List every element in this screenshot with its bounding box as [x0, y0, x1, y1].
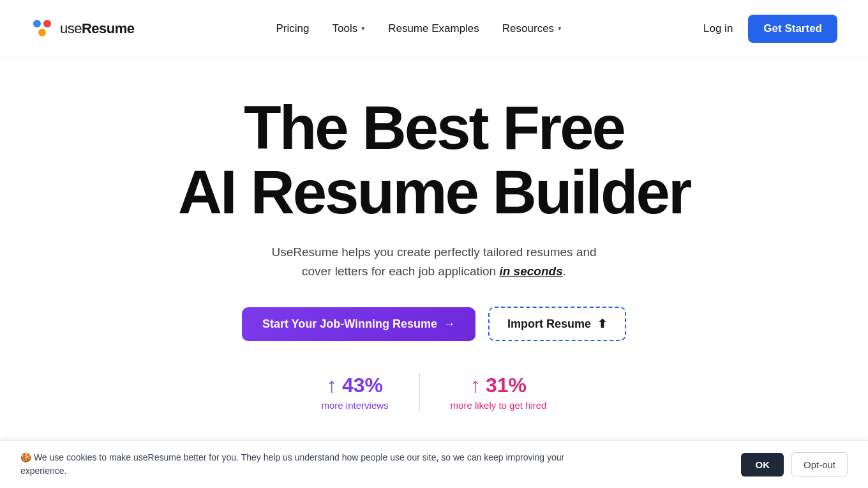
hero-title-line1: The Best Free	[244, 93, 624, 162]
hero-title: The Best Free AI Resume Builder	[178, 96, 691, 225]
nav-actions: Log in Get Started	[703, 15, 837, 43]
svg-point-2	[38, 29, 46, 36]
hero-buttons: Start Your Job-Winning Resume → Import R…	[242, 307, 626, 341]
svg-point-1	[43, 20, 51, 27]
logo-icon	[31, 17, 54, 40]
stat-interviews: ↑ 43% more interviews	[291, 374, 419, 411]
navbar: useResume Pricing Tools ▾ Resume Example…	[0, 0, 868, 57]
stat-hired-label: more likely to get hired	[451, 400, 547, 411]
svg-point-0	[33, 20, 41, 27]
hero-section: The Best Free AI Resume Builder UseResum…	[0, 57, 868, 437]
import-resume-button[interactable]: Import Resume ⬆	[488, 307, 626, 341]
hero-stats: ↑ 43% more interviews ↑ 31% more likely …	[291, 373, 578, 411]
stat-interviews-value: ↑ 43%	[327, 374, 383, 397]
hero-title-line2: AI Resume Builder	[178, 160, 691, 225]
get-started-button[interactable]: Get Started	[748, 15, 837, 43]
cookie-optout-button[interactable]: Opt-out	[791, 452, 848, 477]
start-resume-button[interactable]: Start Your Job-Winning Resume →	[242, 307, 475, 341]
nav-item-resume-examples[interactable]: Resume Examples	[388, 22, 479, 35]
logo-text: useResume	[60, 20, 135, 37]
login-link[interactable]: Log in	[703, 22, 733, 35]
nav-links: Pricing Tools ▾ Resume Examples Resource…	[276, 22, 562, 35]
arrow-up-icon: ↑	[327, 374, 337, 397]
upload-icon: ⬆	[597, 317, 607, 331]
arrow-icon: →	[444, 317, 455, 331]
logo[interactable]: useResume	[31, 17, 135, 40]
chevron-down-icon: ▾	[361, 24, 365, 33]
chevron-down-icon: ▾	[558, 24, 562, 33]
nav-item-tools[interactable]: Tools ▾	[332, 22, 365, 35]
stat-interviews-label: more interviews	[322, 400, 389, 411]
stat-hired: ↑ 31% more likely to get hired	[420, 374, 578, 411]
cookie-banner: 🍪 We use cookies to make useResume bette…	[0, 440, 868, 488]
cookie-ok-button[interactable]: OK	[741, 453, 784, 477]
arrow-up-icon: ↑	[470, 374, 481, 397]
hero-subtitle: UseResume helps you create perfectly tai…	[262, 243, 606, 282]
cookie-actions: OK Opt-out	[741, 452, 848, 477]
stat-hired-value: ↑ 31%	[470, 374, 527, 397]
nav-item-pricing[interactable]: Pricing	[276, 22, 310, 35]
cookie-text: 🍪 We use cookies to make useResume bette…	[20, 451, 595, 478]
nav-item-resources[interactable]: Resources ▾	[502, 22, 562, 35]
